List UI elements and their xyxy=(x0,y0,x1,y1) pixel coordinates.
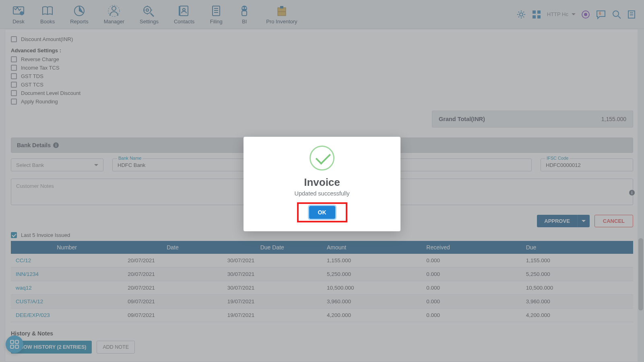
modal-message: Updated successfully xyxy=(252,190,392,197)
modal-ok-highlight: OK xyxy=(297,202,347,222)
modal-title: Invoice xyxy=(252,176,392,189)
modal-ok-button[interactable]: OK xyxy=(309,206,335,219)
success-modal: Invoice Updated successfully OK xyxy=(244,137,400,231)
check-icon xyxy=(310,146,334,171)
modal-overlay: Invoice Updated successfully OK xyxy=(0,0,644,362)
